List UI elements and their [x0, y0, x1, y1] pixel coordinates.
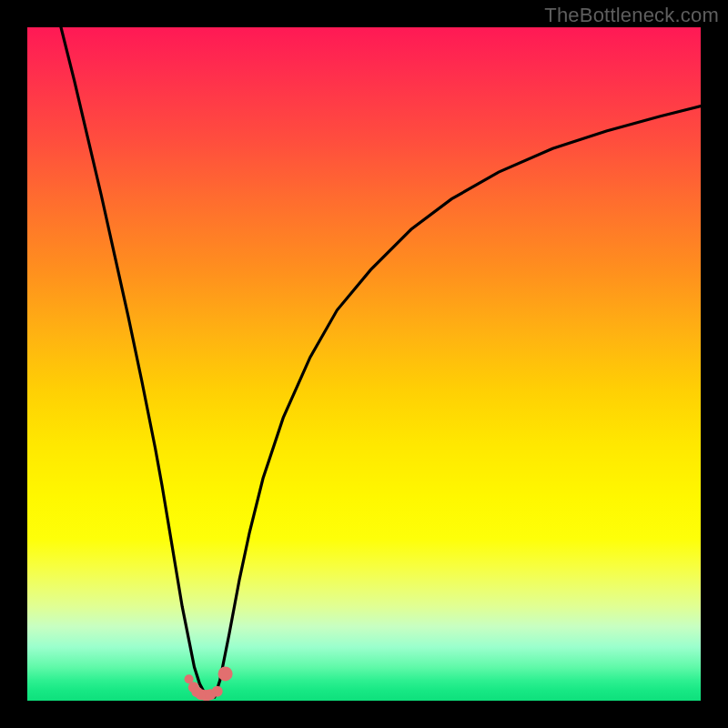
bottleneck-marker — [212, 686, 223, 697]
chart-frame — [27, 27, 701, 701]
bottleneck-curves — [27, 27, 701, 701]
curve-left — [61, 27, 207, 697]
bottleneck-marker-cluster — [185, 666, 233, 701]
bottleneck-marker — [218, 666, 233, 681]
curve-right — [215, 106, 701, 698]
watermark-text: TheBottleneck.com — [544, 4, 719, 27]
